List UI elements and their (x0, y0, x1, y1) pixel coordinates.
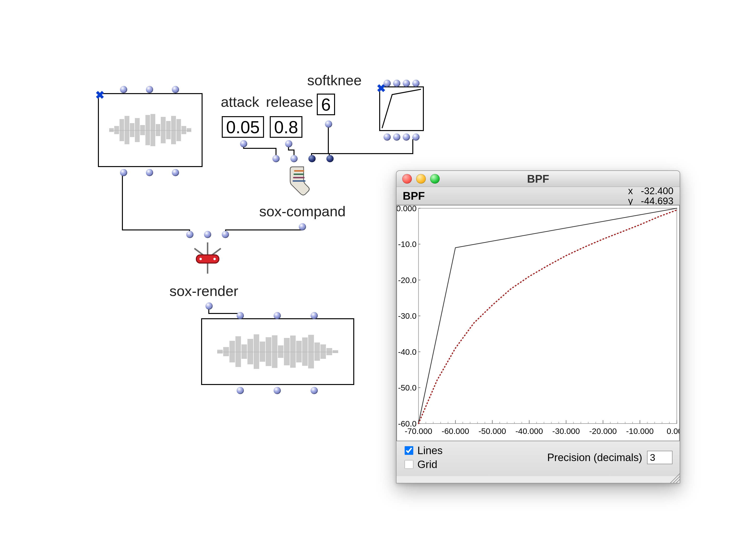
port-out[interactable] (325, 121, 332, 128)
node-waveform-input[interactable]: ✖ (98, 93, 202, 167)
port-out[interactable] (146, 169, 153, 176)
port-out[interactable] (240, 140, 247, 147)
window-zoom-button[interactable] (430, 174, 440, 184)
port-in[interactable] (272, 155, 279, 162)
port-in[interactable] (412, 80, 420, 87)
bpf-subtitle: BPF (403, 189, 425, 202)
port-out[interactable] (311, 387, 318, 394)
label-sox-compand: sox-compand (259, 203, 346, 220)
precision-field: Precision (decimals) (547, 451, 672, 464)
port-out[interactable] (237, 387, 244, 394)
svg-text:-60.000: -60.000 (442, 426, 469, 436)
port-out[interactable] (393, 134, 400, 141)
window-minimize-button[interactable] (416, 174, 426, 184)
svg-line-5 (194, 248, 204, 256)
port-in[interactable] (186, 231, 193, 238)
node-waveform-output[interactable] (201, 318, 354, 385)
precision-label: Precision (decimals) (547, 452, 642, 464)
label-attack: attack (221, 94, 259, 110)
label-release: release (266, 94, 313, 110)
port-in[interactable] (309, 155, 316, 162)
port-in[interactable] (393, 80, 400, 87)
waveform-thumbnail (109, 110, 191, 150)
port-out[interactable] (274, 387, 281, 394)
port-in[interactable] (403, 80, 410, 87)
port-out[interactable] (299, 223, 306, 230)
svg-rect-11 (419, 208, 677, 424)
svg-text:-30.000: -30.000 (552, 426, 580, 436)
bpf-plot[interactable]: 0.000-10.0-20.0-30.0-40.0-50.0-60.0-70.0… (397, 205, 680, 441)
svg-point-9 (199, 258, 202, 260)
svg-text:-50.0: -50.0 (398, 383, 417, 392)
window-resize-handle[interactable] (670, 473, 680, 483)
port-out[interactable] (205, 302, 213, 310)
bpf-plot-svg: 0.000-10.0-20.0-30.0-40.0-50.0-60.0-70.0… (397, 206, 679, 441)
svg-text:-10.000: -10.000 (626, 426, 654, 436)
grid-checkbox-label: Grid (417, 458, 437, 470)
waveform-thumbnail (217, 333, 338, 370)
lines-checkbox[interactable]: Lines (404, 445, 442, 457)
lines-checkbox-input[interactable] (405, 446, 413, 455)
port-in[interactable] (172, 86, 179, 93)
bpf-window[interactable]: BPF BPF x -32.400 y -44.693 0.000-10.0-2… (396, 170, 680, 483)
port-in[interactable] (384, 80, 391, 87)
window-title: BPF (527, 172, 549, 185)
grid-checkbox[interactable]: Grid (404, 458, 442, 470)
port-out[interactable] (403, 134, 410, 141)
port-in[interactable] (237, 312, 244, 319)
port-out[interactable] (412, 134, 420, 141)
numbox-attack[interactable]: 0.05 (222, 116, 264, 138)
bpf-bottombar: Lines Grid Precision (decimals) (397, 441, 680, 476)
swiss-army-knife-icon (190, 240, 226, 276)
svg-text:-70.000: -70.000 (405, 426, 432, 436)
port-out[interactable] (285, 140, 292, 147)
label-sox-render: sox-render (169, 283, 238, 299)
bpf-titlebar[interactable]: BPF (397, 171, 680, 187)
window-close-button[interactable] (402, 174, 412, 184)
window-traffic-lights (402, 174, 440, 184)
port-out[interactable] (120, 169, 127, 176)
port-in[interactable] (222, 231, 229, 238)
svg-text:0.000: 0.000 (397, 206, 417, 213)
port-in[interactable] (146, 86, 153, 93)
port-in[interactable] (204, 231, 211, 238)
svg-text:-20.000: -20.000 (589, 426, 617, 436)
app-stage: ✖ attack release softknee 0.05 0.8 6 sox… (0, 0, 756, 553)
bpf-subbar: BPF x -32.400 y -44.693 (397, 187, 680, 205)
port-in[interactable] (274, 312, 281, 319)
numbox-release[interactable]: 0.8 (270, 116, 303, 138)
bpf-mini-curve (380, 87, 423, 130)
port-in[interactable] (290, 155, 298, 162)
label-softknee: softknee (307, 72, 362, 89)
svg-point-10 (214, 258, 216, 260)
node-bpf-mini[interactable]: ✖ (379, 86, 424, 131)
svg-text:0.000: 0.000 (667, 426, 679, 436)
svg-text:-40.0: -40.0 (398, 347, 417, 357)
sox-sock-icon (288, 166, 310, 199)
svg-line-6 (211, 248, 221, 256)
svg-text:-10.0: -10.0 (398, 240, 417, 249)
close-badge-icon: ✖ (95, 90, 105, 100)
port-out[interactable] (172, 169, 179, 176)
svg-rect-8 (196, 255, 219, 263)
port-in[interactable] (311, 312, 318, 319)
svg-text:-40.000: -40.000 (515, 426, 543, 436)
precision-input[interactable] (647, 451, 672, 464)
svg-text:-30.0: -30.0 (398, 311, 417, 320)
svg-text:-50.000: -50.000 (479, 426, 506, 436)
svg-text:-20.0: -20.0 (398, 275, 417, 285)
port-in[interactable] (120, 86, 127, 93)
bpf-cursor-readout: x -32.400 y -44.693 (628, 186, 673, 206)
grid-checkbox-input[interactable] (405, 460, 413, 469)
numbox-softknee[interactable]: 6 (317, 94, 335, 115)
port-in[interactable] (326, 155, 334, 162)
lines-checkbox-label: Lines (417, 445, 442, 457)
port-out[interactable] (384, 134, 391, 141)
